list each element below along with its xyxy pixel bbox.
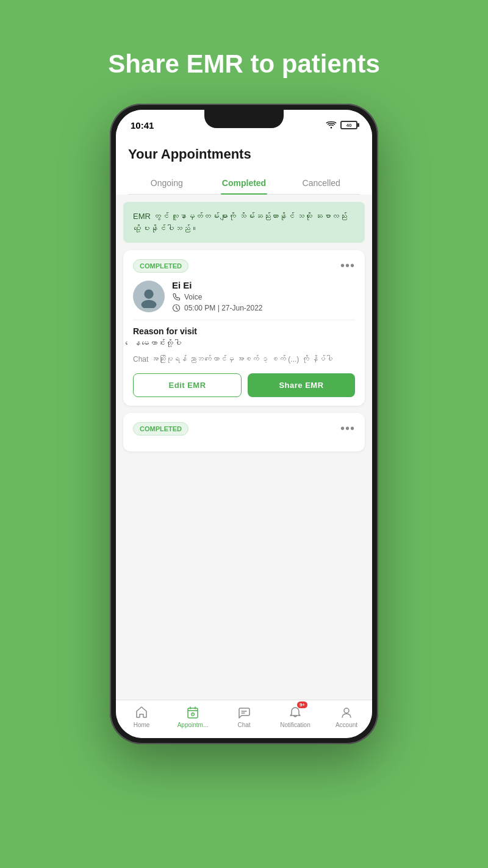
share-emr-button[interactable]: Share EMR	[248, 373, 355, 397]
more-options-icon-2[interactable]: •••	[340, 421, 355, 436]
tab-cancelled[interactable]: Cancelled	[282, 172, 360, 194]
notification-badge: 9+	[297, 701, 307, 708]
more-options-icon-1[interactable]: •••	[340, 259, 355, 273]
nav-item-home[interactable]: Home	[124, 705, 159, 728]
account-icon	[339, 705, 354, 720]
tabs-container: Ongoing Completed Cancelled	[128, 172, 360, 195]
datetime-row: 05:00 PM | 27-Jun-2022	[172, 304, 263, 312]
clock-icon	[172, 304, 181, 312]
appointments-icon	[185, 705, 200, 720]
nav-label-account: Account	[336, 722, 357, 728]
patient-info-1: Ei Ei Voice 05:00 PM |	[133, 280, 355, 312]
patient-name-1: Ei Ei	[172, 280, 263, 290]
tab-ongoing[interactable]: Ongoing	[128, 172, 206, 194]
appointment-card-1: COMPLETED ••• Ei Ei	[123, 250, 365, 406]
phone-notch	[204, 110, 284, 128]
appointment-card-2: COMPLETED •••	[123, 413, 365, 451]
contact-type-row: Voice	[172, 293, 263, 301]
info-banner-text: EMR တွင် လူနာမှတ်တမ်းများကို သိမ်းဆည်းထာ…	[133, 210, 355, 234]
avatar-1	[133, 281, 165, 312]
phone-frame: 10:41 40 Your Appointments Ongoing	[110, 104, 378, 744]
status-time: 10:41	[131, 120, 154, 131]
divider-1	[133, 320, 355, 320]
nav-item-notification[interactable]: 9+ Notification	[278, 705, 312, 728]
phone-icon	[172, 293, 181, 301]
bottom-nav: Home Appointm...	[116, 700, 372, 738]
status-badge-1: COMPLETED	[133, 259, 188, 273]
reason-title-1: Reason for visit	[133, 326, 355, 336]
nav-label-notification: Notification	[280, 722, 310, 728]
nav-label-appointments: Appointm...	[178, 722, 209, 728]
wifi-icon	[326, 121, 337, 129]
chat-icon	[237, 705, 251, 720]
page-title: Share EMR to patients	[108, 49, 380, 79]
status-badge-2: COMPLETED	[133, 422, 188, 436]
battery-icon: 40	[340, 121, 357, 129]
reason-text-1: နေမကောင်းလို့ပါ	[133, 339, 355, 348]
nav-item-account[interactable]: Account	[329, 705, 364, 728]
card-actions-1: Edit EMR Share EMR	[133, 373, 355, 397]
screen-content: Your Appointments Ongoing Completed Canc…	[116, 137, 372, 700]
nav-label-home: Home	[134, 722, 150, 728]
status-icons: 40	[326, 121, 357, 129]
edit-emr-button[interactable]: Edit EMR	[133, 373, 242, 397]
svg-point-0	[144, 289, 153, 298]
card-header-2: COMPLETED •••	[133, 421, 355, 436]
nav-item-appointments[interactable]: Appointm...	[176, 705, 210, 728]
chat-preview-1: Chat အသိုးပြုရန် ညာဘက်ထောင်မှ အစက် ၃ စက်…	[133, 354, 355, 365]
info-banner: EMR တွင် လူနာမှတ်တမ်းများကို သိမ်းဆည်းထာ…	[123, 202, 365, 243]
nav-label-chat: Chat	[237, 722, 250, 728]
notification-icon: 9+	[288, 705, 303, 720]
appointments-title: Your Appointments	[128, 146, 360, 162]
card-header-1: COMPLETED •••	[133, 259, 355, 273]
appointment-datetime: 05:00 PM | 27-Jun-2022	[184, 304, 263, 312]
tab-completed[interactable]: Completed	[206, 172, 283, 194]
patient-details-1: Ei Ei Voice 05:00 PM |	[172, 280, 263, 312]
home-icon	[134, 705, 149, 720]
nav-item-chat[interactable]: Chat	[227, 705, 261, 728]
svg-point-5	[344, 708, 349, 713]
svg-point-1	[142, 300, 157, 308]
app-header: Your Appointments Ongoing Completed Canc…	[116, 137, 372, 195]
contact-type: Voice	[184, 293, 202, 301]
